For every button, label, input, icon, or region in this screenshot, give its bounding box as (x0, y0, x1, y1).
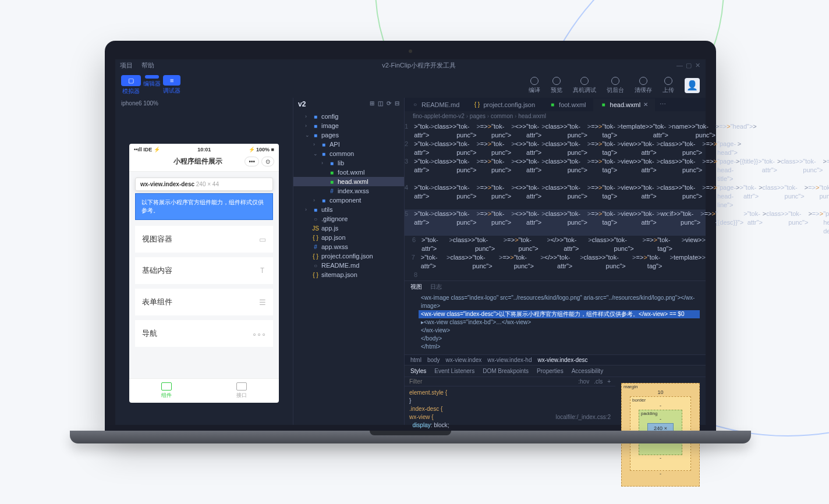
list-item[interactable]: 导航∘∘∘ (135, 320, 273, 347)
window-minimize-icon[interactable]: — (676, 62, 682, 69)
dom-node[interactable]: </html> (419, 343, 700, 351)
tree-item-common[interactable]: ⌄■common (293, 149, 404, 158)
devtools-mode-视图[interactable]: 视图 (410, 283, 422, 291)
filter-opt[interactable]: :hov (578, 378, 589, 385)
highlighted-element[interactable]: 以下将展示小程序官方组件能力，组件样式仅供参考。 (135, 193, 273, 220)
collapse-icon[interactable]: ⊟ (395, 100, 399, 108)
tree-item-utils[interactable]: ›■utils (293, 205, 404, 214)
phone-tabbar: 组件接口 (129, 378, 279, 403)
editor-tabs: ○README.md{ }project.config.json■foot.wx… (405, 98, 706, 111)
action-编译-button[interactable]: 编译 (529, 77, 540, 94)
action-切后台-button[interactable]: 切后台 (607, 77, 624, 94)
devtools-tab-Accessibility[interactable]: Accessibility (572, 368, 603, 374)
mode-调试器-button[interactable]: ≡ (163, 75, 180, 86)
filter-opt[interactable]: .cls (594, 378, 603, 385)
action-上传-button[interactable]: 上传 (663, 77, 674, 94)
menu-help[interactable]: 帮助 (141, 62, 154, 69)
inspector-tooltip: wx-view.index-desc 240 × 44 (135, 178, 273, 191)
new-folder-icon[interactable]: ◫ (378, 100, 383, 108)
menu-project[interactable]: 项目 (120, 62, 133, 69)
mode-编辑器-button[interactable] (145, 75, 159, 79)
mode-模拟器-button[interactable]: ▢ (121, 75, 141, 86)
dom-node[interactable]: </wx-view> (419, 326, 700, 335)
devtools-tab-Styles[interactable]: Styles (410, 368, 426, 374)
tabbar-接口[interactable]: 接口 (204, 379, 279, 403)
tree-item-app.json[interactable]: { }app.json (293, 233, 404, 242)
action-icon (664, 77, 672, 85)
capsule-close-icon[interactable]: ⊙ (261, 157, 274, 166)
editor-tab-foot.wxml[interactable]: ■foot.wxml (542, 98, 593, 111)
tree-item-API[interactable]: ›■API (293, 140, 404, 149)
list-item[interactable]: 表单组件☰ (135, 289, 273, 315)
dom-node[interactable]: </body> (419, 335, 700, 343)
code-editor[interactable]: 1>"tok-attr">>class>>"tok-punc">>=>>"tok… (405, 121, 706, 281)
breadcrumb-segment[interactable]: pages (470, 113, 491, 119)
tree-item-component[interactable]: ›■component (293, 196, 404, 205)
breadcrumb-segment[interactable]: fino-applet-demo-v2 (413, 113, 470, 119)
dom-crumb[interactable]: body (427, 357, 440, 363)
action-清缓存-button[interactable]: 清缓存 (635, 77, 652, 94)
editor-tab-project.config.json[interactable]: { }project.config.json (466, 98, 542, 111)
action-真机调试-button[interactable]: 真机调试 (573, 77, 596, 94)
devtools-tab-DOM Breakpoints[interactable]: DOM Breakpoints (483, 368, 529, 374)
devtools-tab-Properties[interactable]: Properties (537, 368, 564, 374)
window-title: v2-FinClip小程序开发工具 (382, 61, 456, 70)
tree-item-image[interactable]: ›■image (293, 121, 404, 130)
dom-node[interactable]: <wx-image class="index-logo" src="../res… (419, 294, 700, 310)
tree-item-pages[interactable]: ⌄■pages (293, 130, 404, 140)
new-file-icon[interactable]: ⊞ (370, 100, 374, 108)
tree-item-head.wxml[interactable]: ■head.wxml (293, 177, 404, 186)
laptop-frame: 项目 帮助 v2-FinClip小程序开发工具 — ▢ ✕ ▢模拟器编辑器≡调试… (105, 41, 716, 443)
ide-window: 项目 帮助 v2-FinClip小程序开发工具 — ▢ ✕ ▢模拟器编辑器≡调试… (115, 59, 706, 425)
camera-dot (409, 49, 412, 53)
tree-item-app.wxss[interactable]: #app.wxss (293, 242, 404, 251)
breadcrumb: fino-applet-demo-v2pagescommonhead.wxml (405, 111, 706, 121)
tree-item-sitemap.json[interactable]: { }sitemap.json (293, 270, 404, 279)
avatar[interactable]: 👤 (685, 78, 700, 93)
capsule-more-icon[interactable]: ••• (245, 157, 259, 166)
tree-item-app.js[interactable]: JSapp.js (293, 223, 404, 233)
phone-time: 10:01 (197, 147, 211, 152)
tree-item-lib[interactable]: ›■lib (293, 158, 404, 168)
tabs-more-icon[interactable]: ⋯ (655, 98, 671, 111)
devtools-tab-Event Listeners[interactable]: Event Listeners (434, 368, 474, 374)
menubar: 项目 帮助 v2-FinClip小程序开发工具 — ▢ ✕ (115, 59, 706, 72)
editor-tab-head.wxml[interactable]: ■head.wxml✕ (593, 98, 656, 111)
box-model: margin 10 border - padding - 240 × 4 (615, 377, 706, 467)
tree-item-project.config.json[interactable]: { }project.config.json (293, 251, 404, 261)
breadcrumb-segment[interactable]: head.wxml (518, 113, 546, 119)
dom-crumb[interactable]: wx-view.index-desc (537, 357, 587, 363)
filter-opt[interactable]: + (607, 378, 611, 385)
action-预览-button[interactable]: 预览 (551, 77, 562, 94)
editor-tab-README.md[interactable]: ○README.md (405, 98, 466, 111)
action-icon (639, 77, 647, 85)
dom-crumb[interactable]: html (410, 357, 421, 363)
window-close-icon[interactable]: ✕ (695, 62, 701, 69)
breadcrumb-segment[interactable]: common (491, 113, 518, 119)
window-maximize-icon[interactable]: ▢ (686, 62, 692, 69)
dom-crumb[interactable]: wx-view.index (446, 357, 482, 363)
simulator-device-status: iphone6 100% (115, 98, 293, 109)
dom-breadcrumb[interactable]: htmlbodywx-view.indexwx-view.index-hdwx-… (405, 354, 706, 365)
mode-label: 调试器 (163, 87, 180, 95)
action-icon (530, 77, 539, 85)
tree-item-config[interactable]: ›■config (293, 112, 404, 121)
close-icon[interactable]: ✕ (643, 101, 648, 108)
styles-filter-input[interactable] (409, 378, 578, 385)
tree-item-.gitignore[interactable]: ○.gitignore (293, 214, 404, 223)
tree-item-README.md[interactable]: ○README.md (293, 261, 404, 270)
dom-crumb[interactable]: wx-view.index-hd (487, 357, 532, 363)
devtools-mode-日志[interactable]: 日志 (430, 283, 442, 291)
tabbar-组件[interactable]: 组件 (129, 379, 204, 403)
refresh-icon[interactable]: ⟳ (387, 100, 391, 108)
css-rules[interactable]: element.style {}.index-desc {</span></di… (405, 386, 615, 467)
dom-node[interactable]: ▸<wx-view class="index-bd">…</wx-view> (419, 318, 700, 326)
list-item[interactable]: 基础内容Ｔ (135, 257, 273, 284)
dom-node[interactable]: <wx-view class="index-desc">以下将展示小程序官方组件… (419, 310, 700, 318)
tree-item-foot.wxml[interactable]: ■foot.wxml (293, 168, 404, 177)
devtools-tabs: StylesEvent ListenersDOM BreakpointsProp… (405, 365, 706, 377)
tree-item-index.wxss[interactable]: #index.wxss (293, 186, 404, 196)
dom-tree[interactable]: <wx-image class="index-logo" src="../res… (405, 293, 706, 354)
explorer-root[interactable]: v2 (298, 100, 306, 108)
list-item[interactable]: 视图容器▭ (135, 226, 273, 253)
